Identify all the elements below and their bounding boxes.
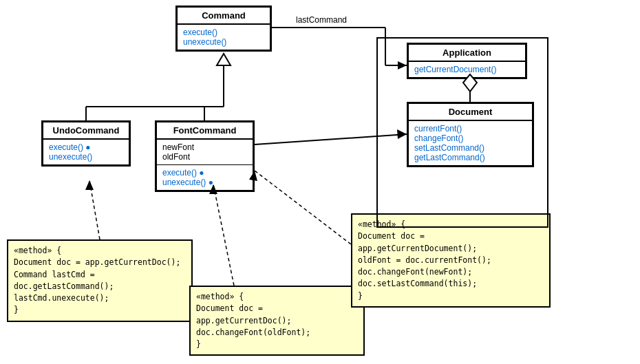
doc-currentfont: currentFont()	[414, 124, 526, 133]
note2-line4: }	[196, 339, 358, 350]
document-class: Document currentFont() changeFont() setL…	[407, 102, 534, 167]
uml-diagram: Command execute() unexecute() Applicatio…	[0, 0, 640, 364]
note2-line1: «method» {	[196, 291, 358, 303]
undo-command-class: UndoCommand execute() ● unexecute()	[41, 120, 131, 167]
note1-line2: Document doc = app.getCurrentDoc();	[14, 257, 186, 268]
note3-line1: «method» {	[358, 219, 544, 231]
application-methods: getCurrentDocument()	[409, 62, 525, 77]
note1-line4: lastCmd.unexecute();	[14, 292, 186, 304]
undo-execute: execute() ●	[49, 142, 123, 152]
note3-line5: doc.setLastCommand(this);	[358, 278, 544, 290]
svg-line-15	[213, 184, 234, 286]
command-class: Command execute() unexecute()	[175, 6, 272, 52]
svg-line-17	[255, 171, 351, 244]
font-methods: execute() ● unexecute() ●	[157, 165, 253, 190]
doc-setlastcommand: setLastCommand()	[414, 143, 526, 153]
font-unexecute: unexecute() ●	[162, 178, 247, 187]
note-unexecute-font: «method» { Document doc = app.getCurrent…	[189, 286, 365, 356]
note1-line3: Command lastCmd = doc.getLastCommand();	[14, 269, 186, 293]
svg-marker-14	[85, 180, 94, 190]
font-attrs: newFont oldFont	[157, 140, 253, 165]
note-unexecute-undo: «method» { Document doc = app.getCurrent…	[7, 239, 193, 322]
font-attr-newfont: newFont	[162, 142, 247, 152]
document-methods: currentFont() changeFont() setLastComman…	[409, 121, 532, 165]
svg-marker-10	[397, 129, 407, 139]
note3-line6: }	[358, 290, 544, 302]
svg-marker-0	[217, 54, 231, 65]
note2-line3: doc.changeFont(oldFont);	[196, 327, 358, 339]
note3-line3: oldFont = doc.currentFont();	[358, 255, 544, 266]
command-class-header: Command	[178, 8, 270, 25]
command-execute: execute()	[183, 28, 264, 37]
note3-line4: doc.changeFont(newFont);	[358, 266, 544, 278]
undo-class-header: UndoCommand	[43, 122, 129, 140]
note2-line2: Document doc = app.getCurrentDoc();	[196, 303, 358, 327]
last-command-label: lastCommand	[296, 15, 347, 25]
svg-line-9	[255, 134, 407, 144]
font-command-class: FontCommand newFont oldFont execute() ● …	[155, 120, 255, 192]
application-class: Application getCurrentDocument()	[407, 43, 527, 79]
font-attr-oldfont: oldFont	[162, 152, 247, 162]
document-class-header: Document	[409, 104, 532, 121]
font-execute: execute() ●	[162, 168, 247, 178]
svg-line-13	[89, 180, 100, 239]
note3-line2: Document doc = app.getCurrentDocument();	[358, 231, 544, 255]
command-unexecute: unexecute()	[183, 37, 264, 47]
command-methods: execute() unexecute()	[178, 25, 270, 50]
undo-methods: execute() ● unexecute()	[43, 140, 129, 164]
svg-marker-8	[398, 61, 407, 69]
note1-line5: }	[14, 304, 186, 316]
note-execute-font: «method» { Document doc = app.getCurrent…	[351, 213, 551, 308]
application-class-header: Application	[409, 45, 525, 62]
note1-line1: «method» {	[14, 245, 186, 257]
doc-getlastcommand: getLastCommand()	[414, 153, 526, 162]
application-getcurrentdoc: getCurrentDocument()	[414, 65, 520, 74]
font-class-header: FontCommand	[157, 122, 253, 140]
undo-unexecute: unexecute()	[49, 152, 123, 162]
doc-changefont: changeFont()	[414, 133, 526, 143]
